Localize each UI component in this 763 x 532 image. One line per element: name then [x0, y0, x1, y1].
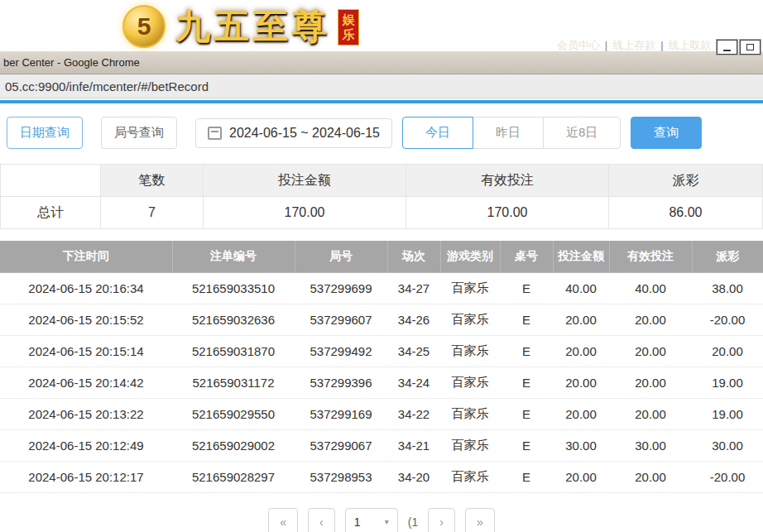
cell-bet-time: 2024-06-15 20:14:42	[0, 367, 172, 398]
table-row: 2024-06-15 20:15:52521659032636537299607…	[0, 304, 763, 335]
cell-table-id: E	[500, 304, 553, 335]
cell-round-id: 537299067	[295, 429, 387, 461]
window-title: ber Center - Google Chrome	[3, 56, 140, 69]
cell-bet-time: 2024-06-15 20:15:14	[0, 335, 172, 367]
cell-bet-amount[interactable]: 40.00	[553, 272, 609, 304]
cell-order-id: 521659029550	[172, 398, 295, 429]
tab-date-query[interactable]: 日期查询	[7, 117, 83, 149]
url-text: 05.cc:9900/infe/mcenter/#/betRecord	[5, 79, 209, 93]
bet-table-header-cell: 派彩	[692, 241, 763, 272]
next-page-button[interactable]: ›	[428, 508, 455, 532]
cell-valid-bet: 20.00	[609, 461, 692, 492]
summary-table: 笔数投注金额有效投注派彩 总计7170.00170.0086.00	[0, 164, 763, 229]
quick-range-tab[interactable]: 今日	[402, 117, 473, 149]
quick-range-tab[interactable]: 近8日	[543, 117, 621, 149]
cell-order-id: 521659032636	[172, 304, 295, 335]
cell-bet-amount[interactable]: 20.00	[553, 398, 609, 429]
cell-bet-amount[interactable]: 20.00	[553, 335, 609, 367]
summary-header-cell: 有效投注	[406, 165, 609, 197]
cell-order-id: 521659033510	[172, 272, 295, 304]
cell-bet-time: 2024-06-15 20:13:22	[0, 398, 172, 429]
page-select-value: 1	[354, 515, 361, 529]
banner-nav-link[interactable]: 线上取款	[669, 39, 712, 51]
cell-round-id: 537299169	[295, 398, 387, 429]
banner-nav-link[interactable]: 线上存款	[612, 39, 655, 51]
table-row: 2024-06-15 20:13:22521659029550537299169…	[0, 398, 763, 429]
chevron-down-icon: ▾	[385, 517, 389, 526]
cell-table-id: E	[500, 429, 553, 461]
cell-bet-amount[interactable]: 20.00	[553, 304, 609, 335]
table-row: 2024-06-15 20:14:42521659031172537299396…	[0, 367, 763, 398]
summary-header-row: 笔数投注金额有效投注派彩	[1, 165, 763, 197]
casino-logo: 5 九五至尊 娱乐	[122, 3, 359, 50]
prev-page-button[interactable]: ‹	[308, 508, 335, 532]
bet-table-header-cell: 桌号	[500, 241, 553, 272]
cell-round-id: 537299396	[295, 367, 387, 398]
cell-bet-amount[interactable]: 20.00	[553, 367, 609, 398]
page-select[interactable]: 1 ▾	[345, 508, 398, 532]
first-page-button[interactable]: «	[268, 508, 298, 532]
cell-game-type: 百家乐	[440, 304, 500, 335]
cell-session: 34-25	[387, 335, 440, 367]
cell-payout: 38.00	[692, 272, 763, 304]
cell-table-id: E	[500, 272, 553, 304]
cell-valid-bet: 20.00	[609, 304, 692, 335]
cell-valid-bet: 20.00	[609, 398, 692, 429]
cell-round-id: 537298953	[295, 461, 387, 492]
search-button[interactable]: 查询	[631, 117, 702, 149]
cell-payout: 19.00	[692, 367, 763, 398]
cell-order-id: 521659031172	[172, 367, 295, 398]
bet-table-header-cell: 游戏类别	[440, 241, 500, 272]
summary-header-cell: 投注金额	[204, 165, 406, 197]
last-page-button[interactable]: »	[465, 508, 495, 532]
calendar-icon	[208, 127, 222, 140]
cell-order-id: 521659028297	[172, 461, 295, 492]
quick-range-group: 今日昨日近8日	[402, 117, 621, 149]
filter-toolbar: 日期查询 局号查询 2024-06-15 ~ 2024-06-15 今日昨日近8…	[0, 103, 763, 149]
cell-game-type: 百家乐	[440, 429, 500, 461]
cell-order-id: 521659029002	[172, 429, 295, 461]
date-range-picker[interactable]: 2024-06-15 ~ 2024-06-15	[195, 118, 392, 148]
cell-table-id: E	[500, 367, 553, 398]
cell-game-type: 百家乐	[440, 461, 500, 492]
table-row: 2024-06-15 20:12:49521659029002537299067…	[0, 429, 763, 461]
cell-game-type: 百家乐	[440, 272, 500, 304]
cell-payout: 30.00	[692, 429, 763, 461]
cell-bet-time: 2024-06-15 20:16:34	[0, 272, 172, 304]
cell-bet-time: 2024-06-15 20:15:52	[0, 304, 172, 335]
pagination: « ‹ 1 ▾ (1 › »	[0, 508, 763, 532]
quick-range-tab[interactable]: 昨日	[473, 117, 544, 149]
cell-game-type: 百家乐	[440, 398, 500, 429]
cell-bet-time: 2024-06-15 20:12:49	[0, 429, 172, 461]
summary-cell: 7	[101, 197, 204, 229]
bet-table-header-cell: 有效投注	[609, 241, 692, 272]
address-bar[interactable]: 05.cc:9900/infe/mcenter/#/betRecord	[0, 74, 763, 98]
cell-session: 34-21	[387, 429, 440, 461]
banner-nav-link[interactable]: 会员中心	[557, 39, 600, 51]
summary-header-cell	[1, 165, 101, 197]
logo-badge: 娱乐	[338, 9, 359, 46]
summary-cell: 总计	[1, 197, 101, 229]
cell-order-id: 521659031870	[172, 335, 295, 367]
minimize-button[interactable]	[717, 40, 737, 55]
cell-session: 34-26	[387, 304, 440, 335]
cell-round-id: 537299607	[295, 304, 387, 335]
bet-table-header-cell: 局号	[295, 241, 387, 272]
maximize-icon	[746, 44, 754, 50]
summary-cell: 170.00	[406, 197, 609, 229]
bet-table-header-cell: 注单编号	[172, 241, 295, 272]
cell-bet-amount[interactable]: 20.00	[553, 461, 609, 492]
cell-table-id: E	[500, 335, 553, 367]
page-info: (1	[408, 508, 418, 529]
maximize-button[interactable]	[740, 40, 761, 55]
bet-record-table: 下注时间注单编号局号场次游戏类别桌号投注金额有效投注派彩 2024-06-15 …	[0, 241, 763, 493]
cell-valid-bet: 30.00	[609, 429, 692, 461]
cell-round-id: 537299699	[295, 272, 387, 304]
cell-bet-amount[interactable]: 30.00	[553, 429, 609, 461]
cell-table-id: E	[500, 461, 553, 492]
coin-logo-icon: 5	[122, 5, 166, 48]
minimize-icon	[723, 50, 731, 51]
bet-table-header-cell: 场次	[387, 241, 440, 272]
cell-table-id: E	[500, 398, 553, 429]
tab-round-query[interactable]: 局号查询	[101, 117, 177, 149]
